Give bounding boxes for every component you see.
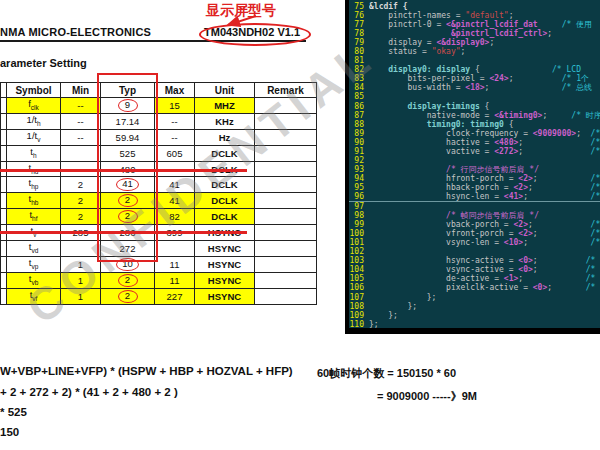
code-line[interactable]: 109 };	[349, 311, 600, 320]
code-text: };	[369, 311, 600, 320]
code-line[interactable]: 87 native-mode = <&timing0>; /* 时序	[349, 111, 600, 120]
code-line[interactable]: 86 display-timings {	[349, 102, 600, 111]
header-rule	[0, 40, 306, 42]
code-text: pinctrl-names = "default";	[369, 11, 600, 20]
code-line[interactable]: 75&lcdif {	[349, 2, 600, 11]
line-number: 81	[349, 56, 364, 65]
line-number: 76	[349, 11, 364, 20]
code-line[interactable]: 100 vfront-porch = <2>; /*	[349, 229, 600, 238]
table-cell: tvp	[7, 256, 61, 272]
code-line[interactable]: 84 bus-width = <18>; /* 总线	[349, 83, 600, 92]
table-cell: 59.94	[101, 129, 155, 145]
table-cell: HSYNC	[195, 225, 255, 241]
code-text: vsync-active = <0>; /*	[369, 265, 600, 274]
table-cell: HSYNC	[195, 241, 255, 257]
code-line[interactable]: 77 pinctrl-0 = <&pinctrl_lcdif_dat /* 使用	[349, 20, 600, 29]
line-number: 103	[349, 256, 364, 265]
code-area[interactable]: 75&lcdif {76 pinctrl-names = "default";7…	[349, 2, 600, 329]
code-text: vfront-porch = <2>; /*	[369, 229, 600, 238]
line-number: 93	[349, 165, 364, 174]
code-line[interactable]: 102	[349, 247, 600, 256]
column-header: Remark	[255, 83, 317, 98]
table-cell: 41	[155, 193, 195, 209]
code-line[interactable]: 98 /* 帧同步信号前后肩 */	[349, 211, 600, 220]
code-line[interactable]: 89 clock-frequency = <9009000>; /*	[349, 129, 600, 138]
code-line[interactable]: 79 display = <&display0>;	[349, 38, 600, 47]
table-cell: tv	[7, 225, 61, 241]
table-row: tv285286399HSYNC	[1, 225, 317, 241]
company-name: NMA MICRO-ELECTRONICS	[0, 26, 151, 38]
code-line[interactable]: 91 vactive = <272>; /*	[349, 147, 600, 156]
clock-formula-line3: * 525	[0, 406, 27, 418]
table-cell	[255, 225, 317, 241]
code-line[interactable]: 93 /* 行同步信号前后肩 */	[349, 165, 600, 174]
code-line[interactable]: 97	[349, 202, 600, 211]
code-line[interactable]: 95 hback-porch = <2>; /*	[349, 183, 600, 192]
clock-formula-line2: + 2 + 272 + 2) * (41 + 2 + 480 + 2 )	[0, 386, 178, 398]
code-editor-panel[interactable]: 75&lcdif {76 pinctrl-names = "default";7…	[345, 0, 600, 334]
code-line[interactable]: 82 display0: display { /* LCD	[349, 65, 600, 74]
table-cell: 2	[101, 288, 155, 304]
table-cell: 10	[101, 256, 155, 272]
table-cell	[155, 241, 195, 257]
table-cell: 2	[101, 209, 155, 225]
table-cell: 9	[101, 98, 155, 114]
code-line[interactable]: 108 };	[349, 302, 600, 311]
table-row: tvp11011HSYNC	[1, 256, 317, 272]
table-cell: 2	[101, 193, 155, 209]
red-circled-typ-value: 41	[116, 178, 139, 191]
code-line[interactable]: 81	[349, 56, 600, 65]
code-line[interactable]: 83 bits-per-pixel = <24>; /* 1个	[349, 74, 600, 83]
code-text: };	[369, 302, 600, 311]
line-number: 108	[349, 302, 364, 311]
red-circled-typ-value: 10	[116, 258, 139, 271]
table-cell: HSYNC	[195, 256, 255, 272]
code-text: &lcdif {	[369, 2, 600, 11]
column-header: Typ	[101, 83, 155, 98]
code-line[interactable]: 88 timing0: timing0 {	[349, 120, 600, 129]
line-number: 86	[349, 102, 364, 111]
code-text: vback-porch = <2>; /*	[369, 220, 600, 229]
code-line[interactable]: 105 de-active = <1>; /*	[349, 274, 600, 283]
code-line[interactable]: 80 status = "okay";	[349, 47, 600, 56]
red-circled-typ-value: 2	[118, 194, 138, 207]
table-cell: 1	[61, 256, 101, 272]
table-cell: 2	[61, 193, 101, 209]
code-line[interactable]: 76 pinctrl-names = "default";	[349, 11, 600, 20]
table-row: th525605DCLK	[1, 145, 317, 161]
code-line[interactable]: 94 hfront-porch = <2>; /*	[349, 174, 600, 183]
table-cell: --	[61, 129, 101, 145]
table-cell: 2	[61, 177, 101, 193]
code-line[interactable]: 85	[349, 92, 600, 101]
code-line[interactable]: 106 pixelclk-active = <0>; /*	[349, 283, 600, 292]
code-line[interactable]: 104 vsync-active = <0>; /*	[349, 265, 600, 274]
code-text: &pinctrl_lcdif_ctrl>;	[369, 29, 600, 38]
line-number: 92	[349, 156, 364, 165]
column-header: Symbol	[7, 83, 61, 98]
code-line[interactable]: 103 hsync-active = <0>; /*	[349, 256, 600, 265]
code-text: display0: display { /* LCD	[369, 65, 600, 74]
table-cell: 1/tv	[7, 129, 61, 145]
code-line[interactable]: 78 &pinctrl_lcdif_ctrl>;	[349, 29, 600, 38]
table-cell: 1/th	[7, 113, 61, 129]
table-cell: fclk	[7, 98, 61, 114]
code-text	[369, 92, 600, 101]
code-text: vactive = <272>; /*	[369, 147, 600, 156]
code-line[interactable]: 101 vsync-len = <10>; /*	[349, 238, 600, 247]
model-number: TM043NDH02 V1.1	[204, 26, 300, 38]
code-text: clock-frequency = <9009000>; /*	[369, 129, 600, 138]
line-number: 77	[349, 20, 364, 29]
code-text: hfront-porch = <2>; /*	[369, 174, 600, 183]
code-line[interactable]: 99 vback-porch = <2>; /*	[349, 220, 600, 229]
code-line[interactable]: 107 };	[349, 293, 600, 302]
code-line[interactable]: 90 hactive = <480>; /*	[349, 138, 600, 147]
line-number: 91	[349, 147, 364, 156]
code-line[interactable]: 96 hsync-len = <41>; /*	[349, 192, 600, 202]
table-cell: 1	[61, 272, 101, 288]
code-line[interactable]: 92	[349, 156, 600, 165]
table-row: fclk--915MHZ	[1, 98, 317, 114]
line-number: 109	[349, 311, 364, 320]
table-cell: HSYNC	[195, 272, 255, 288]
line-number: 78	[349, 29, 364, 38]
line-number: 83	[349, 74, 364, 83]
